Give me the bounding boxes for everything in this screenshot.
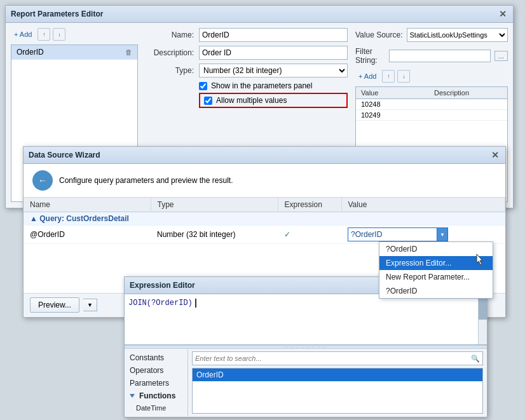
search-input[interactable] — [193, 355, 468, 362]
expr-right-panel: 🔍 OrderID — [188, 349, 487, 416]
expr-code-text: JOIN(?OrderID) — [128, 299, 193, 308]
delete-param-icon[interactable]: 🗑 — [125, 48, 132, 56]
type-label: Type: — [143, 66, 194, 75]
description-col-header: Description — [432, 89, 505, 97]
filter-string-row: Filter String: ... — [355, 47, 508, 65]
add-value-button[interactable]: + Add — [355, 71, 379, 82]
value-cell: 10249 — [358, 111, 432, 119]
col-name: Name — [24, 198, 151, 212]
category-parameters[interactable]: Parameters — [125, 377, 188, 390]
cursor-indicator — [195, 299, 196, 308]
expr-bottom: Constants Operators Parameters Functions… — [125, 349, 487, 416]
category-operators[interactable]: Operators — [125, 364, 188, 377]
description-input[interactable] — [199, 46, 348, 60]
allow-multiple-label: Allow multiple values — [216, 96, 287, 105]
table-row[interactable]: 10248 — [356, 99, 507, 110]
show-in-panel-row: Show in the parameters panel — [199, 81, 348, 90]
dsw-description: Configure query parameters and preview t… — [59, 176, 233, 185]
description-cell — [432, 111, 505, 119]
param-expr-cell: ✓ — [278, 226, 341, 244]
value-input[interactable] — [348, 227, 437, 241]
value-source-label: Value Source: — [355, 30, 403, 39]
category-functions[interactable]: Functions — [125, 390, 188, 402]
param-toolbar: + Add ↑ ↓ — [11, 28, 138, 41]
description-cell — [432, 100, 505, 108]
param-item[interactable]: OrderID 🗑 — [11, 45, 137, 60]
dsw-table-header: Name Type Expression Value — [24, 198, 505, 212]
value-cell: 10248 — [358, 100, 432, 108]
search-box: 🔍 — [192, 351, 483, 365]
description-label: Description: — [143, 48, 194, 57]
filter-string-input[interactable] — [389, 50, 491, 62]
expr-items-list[interactable]: OrderID — [192, 368, 483, 414]
value-source-select[interactable]: StaticListLookUpSettings — [407, 28, 508, 42]
name-row: Name: — [143, 28, 348, 42]
list-item[interactable]: OrderID — [193, 369, 482, 381]
value-dropdown-button[interactable]: ▼ — [437, 227, 448, 241]
dropdown-item[interactable]: ?OrderID — [379, 242, 493, 256]
query-row-label: ▲ Query: CustOrdersDetail — [24, 212, 505, 226]
value-source-row: Value Source: StaticListLookUpSettings — [355, 28, 508, 42]
values-grid-header: Value Description — [356, 87, 507, 99]
dropdown-item[interactable]: ?OrderID — [379, 284, 493, 298]
category-functions-label: Functions — [139, 391, 175, 400]
report-params-close[interactable]: ✕ — [498, 9, 508, 19]
dsw-back-button[interactable]: ← — [32, 170, 53, 191]
add-param-button[interactable]: + Add — [11, 29, 35, 40]
name-input[interactable] — [199, 28, 348, 42]
description-row: Description: — [143, 46, 348, 60]
dropdown-menu: ?OrderID Expression Editor... New Report… — [379, 241, 493, 299]
col-expression: Expression — [278, 198, 341, 212]
filter-dots-button[interactable]: ... — [494, 51, 508, 61]
value-input-container: ▼ — [348, 227, 499, 241]
dsw-table: Name Type Expression Value ▲ Query: Cust… — [24, 198, 505, 244]
param-down-button[interactable]: ↓ — [53, 28, 65, 41]
dropdown-item[interactable]: New Report Parameter... — [379, 270, 493, 284]
show-in-panel-label: Show in the parameters panel — [211, 81, 312, 90]
param-type-cell: Number (32 bit integer) — [151, 226, 278, 244]
preview-button[interactable]: Preview... — [30, 297, 79, 313]
param-name-cell: @OrderID — [24, 226, 151, 244]
table-row[interactable]: 10249 — [356, 110, 507, 121]
type-row: Type: Number (32 bit integer) — [143, 64, 348, 78]
type-select[interactable]: Number (32 bit integer) — [199, 64, 348, 78]
search-icon: 🔍 — [468, 355, 482, 363]
report-params-titlebar: Report Parameters Editor ✕ — [6, 6, 513, 23]
expression-check-icon: ✓ — [284, 230, 290, 239]
allow-multiple-row: Allow multiple values — [199, 93, 348, 108]
functions-expand-icon — [130, 394, 135, 398]
param-item-label: OrderID — [17, 48, 44, 57]
dsw-titlebar: Data Source Wizard ✕ — [24, 147, 505, 164]
expr-categories: Constants Operators Parameters Functions… — [125, 349, 188, 416]
category-datetime[interactable]: DateTime — [125, 402, 188, 414]
dropdown-item[interactable]: Expression Editor... — [379, 256, 493, 270]
dsw-header: ← Configure query parameters and preview… — [24, 164, 505, 198]
values-toolbar: + Add ↑ ↓ — [355, 70, 508, 83]
allow-multiple-checkbox[interactable] — [204, 97, 212, 105]
expr-title: Expression Editor — [130, 281, 195, 290]
category-constants[interactable]: Constants — [125, 351, 188, 364]
preview-dropdown-button[interactable]: ▼ — [83, 299, 97, 311]
param-up-button[interactable]: ↑ — [38, 28, 50, 41]
report-params-title: Report Parameters Editor — [11, 10, 103, 18]
value-down-button[interactable]: ↓ — [397, 70, 410, 83]
expr-code-area[interactable]: JOIN(?OrderID) — [125, 294, 487, 345]
value-up-button[interactable]: ↑ — [382, 70, 395, 83]
col-value: Value — [341, 198, 505, 212]
show-in-panel-checkbox[interactable] — [199, 82, 207, 90]
filter-string-label: Filter String: — [355, 47, 385, 65]
dsw-close-icon[interactable]: ✕ — [490, 150, 500, 160]
col-type: Type — [151, 198, 278, 212]
value-col-header: Value — [358, 89, 432, 97]
table-row: ▲ Query: CustOrdersDetail — [24, 212, 505, 226]
dsw-title: Data Source Wizard — [29, 151, 100, 159]
expr-vertical-scrollbar[interactable] — [478, 294, 487, 344]
name-label: Name: — [143, 30, 194, 39]
